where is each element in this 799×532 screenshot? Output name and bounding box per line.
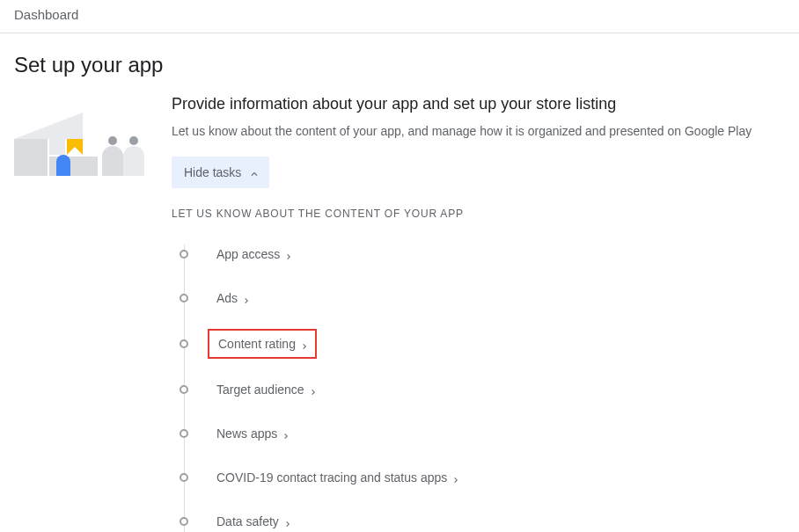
- main-section: Provide information about your app and s…: [172, 95, 785, 532]
- content-area: Provide information about your app and s…: [0, 95, 799, 532]
- svg-rect-1: [14, 139, 48, 176]
- task-link[interactable]: Target audience: [208, 376, 324, 403]
- task-label: Ads: [216, 291, 238, 305]
- task-item[interactable]: Content rating: [172, 320, 785, 368]
- task-label: News apps: [216, 426, 277, 441]
- task-status-bullet: [180, 294, 188, 302]
- task-label: Content rating: [218, 337, 296, 351]
- page-title: Set up your app: [0, 33, 799, 95]
- task-status-bullet: [180, 517, 188, 526]
- task-label: Data safety: [216, 514, 279, 528]
- section-heading: Provide information about your app and s…: [172, 95, 785, 113]
- task-item[interactable]: COVID-19 contact tracing and status apps: [172, 455, 785, 499]
- svg-marker-0: [14, 113, 83, 139]
- chevron-right-icon: [299, 340, 306, 347]
- chevron-up-icon: [248, 168, 257, 177]
- setup-illustration: [14, 104, 150, 183]
- svg-point-7: [108, 136, 117, 145]
- chevron-right-icon: [451, 474, 458, 481]
- task-link[interactable]: Ads: [208, 285, 257, 311]
- task-link[interactable]: Data safety: [208, 508, 298, 532]
- task-status-bullet: [180, 339, 188, 348]
- task-item[interactable]: News apps: [172, 412, 785, 455]
- svg-rect-2: [49, 139, 65, 155]
- chevron-right-icon: [308, 386, 315, 393]
- task-link[interactable]: News apps: [208, 420, 297, 447]
- breadcrumb[interactable]: Dashboard: [0, 0, 799, 33]
- task-item[interactable]: Data safety: [172, 499, 785, 532]
- hide-tasks-button[interactable]: Hide tasks: [172, 157, 269, 188]
- task-label: COVID-19 contact tracing and status apps: [216, 470, 447, 485]
- task-status-bullet: [180, 250, 188, 259]
- chevron-right-icon: [282, 518, 290, 525]
- task-status-bullet: [180, 385, 188, 394]
- chevron-right-icon: [281, 430, 288, 437]
- tasks-group-label: LET US KNOW ABOUT THE CONTENT OF YOUR AP…: [172, 208, 785, 220]
- task-list: App accessAdsContent ratingTarget audien…: [172, 232, 785, 532]
- chevron-right-icon: [283, 251, 290, 258]
- task-label: App access: [216, 247, 280, 261]
- task-status-bullet: [180, 429, 188, 438]
- svg-point-8: [129, 136, 138, 145]
- task-link[interactable]: App access: [208, 241, 299, 267]
- task-status-bullet: [180, 473, 188, 482]
- task-link[interactable]: Content rating: [208, 329, 317, 359]
- task-item[interactable]: App access: [172, 232, 785, 276]
- task-link[interactable]: COVID-19 contact tracing and status apps: [208, 464, 466, 491]
- section-description: Let us know about the content of your ap…: [172, 122, 785, 141]
- chevron-right-icon: [241, 295, 248, 302]
- task-item[interactable]: Ads: [172, 276, 785, 320]
- task-item[interactable]: Target audience: [172, 368, 785, 412]
- hide-tasks-label: Hide tasks: [184, 165, 241, 179]
- task-label: Target audience: [216, 383, 304, 397]
